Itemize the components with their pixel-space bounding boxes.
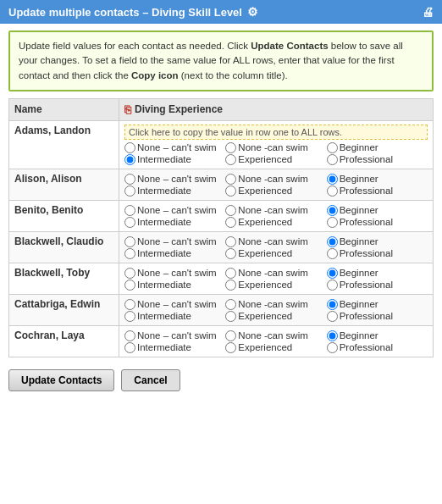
radio-option-none---can-t-swim[interactable]: None – can't swim (124, 299, 225, 310)
radio-option-none--can-swim[interactable]: None -can swim (225, 268, 326, 279)
radio-option-professional[interactable]: Professional (327, 248, 428, 259)
radio-option-experienced[interactable]: Experienced (225, 186, 326, 197)
radio-option-none--can-swim[interactable]: None -can swim (225, 142, 326, 153)
radio-option-intermediate[interactable]: Intermediate (124, 248, 225, 259)
radio-input[interactable] (327, 311, 338, 322)
radio-input[interactable] (124, 248, 135, 259)
radio-input[interactable] (124, 299, 135, 310)
radio-option-none--can-swim[interactable]: None -can swim (225, 174, 326, 185)
footer: Update Contacts Cancel (0, 361, 442, 400)
radio-input[interactable] (225, 205, 236, 216)
radio-input[interactable] (225, 280, 236, 291)
radio-option-professional[interactable]: Professional (327, 342, 428, 353)
radio-input[interactable] (124, 205, 135, 216)
radio-option-professional[interactable]: Professional (327, 217, 428, 228)
radio-option-none--can-swim[interactable]: None -can swim (225, 205, 326, 216)
radio-input[interactable] (225, 174, 236, 185)
contacts-table: Name ⎘ Diving Experience Adams, LandonCl… (8, 98, 434, 357)
radio-option-experienced[interactable]: Experienced (225, 342, 326, 353)
radio-option-beginner[interactable]: Beginner (327, 236, 428, 247)
radio-input[interactable] (124, 342, 135, 353)
radio-input[interactable] (124, 142, 135, 153)
radio-option-beginner[interactable]: Beginner (327, 174, 428, 185)
radio-input[interactable] (225, 154, 236, 165)
radio-option-experienced[interactable]: Experienced (225, 217, 326, 228)
radio-input[interactable] (327, 248, 338, 259)
radio-input[interactable] (225, 217, 236, 228)
radio-input[interactable] (327, 186, 338, 197)
print-icon[interactable]: 🖨 (422, 5, 434, 19)
cancel-button[interactable]: Cancel (121, 369, 180, 391)
radio-option-none--can-swim[interactable]: None -can swim (225, 330, 326, 341)
radio-input[interactable] (225, 311, 236, 322)
radio-input[interactable] (327, 205, 338, 216)
table-row: Benito, BenitoNone – can't swimNone -can… (9, 200, 434, 231)
copy-column-icon[interactable]: ⎘ (124, 103, 131, 116)
radio-option-experienced[interactable]: Experienced (225, 248, 326, 259)
radio-input[interactable] (327, 342, 338, 353)
radio-option-professional[interactable]: Professional (327, 311, 428, 322)
radio-option-intermediate[interactable]: Intermediate (124, 217, 225, 228)
radio-option-professional[interactable]: Professional (327, 280, 428, 291)
table-row: Alison, AlisonNone – can't swimNone -can… (9, 169, 434, 200)
contact-diving-options: None – can't swimNone -can swimBeginnerI… (119, 294, 434, 325)
table-row: Adams, LandonClick here to copy the valu… (9, 120, 434, 169)
radio-input[interactable] (225, 299, 236, 310)
radio-input[interactable] (124, 280, 135, 291)
radio-input[interactable] (225, 186, 236, 197)
contact-name: Alison, Alison (9, 169, 119, 200)
title-bar: Update multiple contacts – Diving Skill … (0, 0, 442, 24)
radio-input[interactable] (225, 268, 236, 279)
radio-option-none---can-t-swim[interactable]: None – can't swim (124, 268, 225, 279)
radio-input[interactable] (225, 342, 236, 353)
radio-option-none---can-t-swim[interactable]: None – can't swim (124, 142, 225, 153)
radio-option-beginner[interactable]: Beginner (327, 205, 428, 216)
radio-option-intermediate[interactable]: Intermediate (124, 280, 225, 291)
radio-input[interactable] (124, 268, 135, 279)
radio-option-none---can-t-swim[interactable]: None – can't swim (124, 205, 225, 216)
radio-option-beginner[interactable]: Beginner (327, 142, 428, 153)
radio-option-experienced[interactable]: Experienced (225, 311, 326, 322)
radio-option-experienced[interactable]: Experienced (225, 154, 326, 165)
radio-option-intermediate[interactable]: Intermediate (124, 186, 225, 197)
radio-option-none--can-swim[interactable]: None -can swim (225, 299, 326, 310)
radio-input[interactable] (225, 330, 236, 341)
radio-input[interactable] (124, 217, 135, 228)
radio-input[interactable] (327, 154, 338, 165)
radio-input[interactable] (327, 236, 338, 247)
radio-group: None – can't swimNone -can swimBeginnerI… (124, 330, 428, 353)
radio-option-professional[interactable]: Professional (327, 186, 428, 197)
radio-input[interactable] (124, 236, 135, 247)
radio-input[interactable] (225, 248, 236, 259)
radio-input[interactable] (124, 330, 135, 341)
radio-option-professional[interactable]: Professional (327, 154, 428, 165)
radio-option-beginner[interactable]: Beginner (327, 268, 428, 279)
radio-group: None – can't swimNone -can swimBeginnerI… (124, 268, 428, 291)
radio-input[interactable] (327, 299, 338, 310)
radio-input[interactable] (327, 268, 338, 279)
radio-option-none--can-swim[interactable]: None -can swim (225, 236, 326, 247)
radio-input[interactable] (225, 236, 236, 247)
radio-option-none---can-t-swim[interactable]: None – can't swim (124, 174, 225, 185)
radio-input[interactable] (124, 186, 135, 197)
radio-input[interactable] (124, 311, 135, 322)
radio-input[interactable] (327, 142, 338, 153)
radio-option-beginner[interactable]: Beginner (327, 330, 428, 341)
radio-input[interactable] (225, 142, 236, 153)
radio-option-none---can-t-swim[interactable]: None – can't swim (124, 236, 225, 247)
radio-input[interactable] (327, 330, 338, 341)
radio-option-none---can-t-swim[interactable]: None – can't swim (124, 330, 225, 341)
radio-option-intermediate[interactable]: Intermediate (124, 154, 225, 165)
radio-option-experienced[interactable]: Experienced (225, 280, 326, 291)
radio-input[interactable] (327, 217, 338, 228)
radio-input[interactable] (124, 174, 135, 185)
radio-input[interactable] (327, 280, 338, 291)
radio-input[interactable] (327, 174, 338, 185)
col-diving-label: Diving Experience (135, 103, 223, 115)
radio-option-beginner[interactable]: Beginner (327, 299, 428, 310)
update-contacts-button[interactable]: Update Contacts (8, 369, 114, 391)
radio-option-intermediate[interactable]: Intermediate (124, 342, 225, 353)
radio-option-intermediate[interactable]: Intermediate (124, 311, 225, 322)
gear-icon[interactable]: ⚙ (247, 5, 258, 19)
radio-input[interactable] (124, 154, 135, 165)
